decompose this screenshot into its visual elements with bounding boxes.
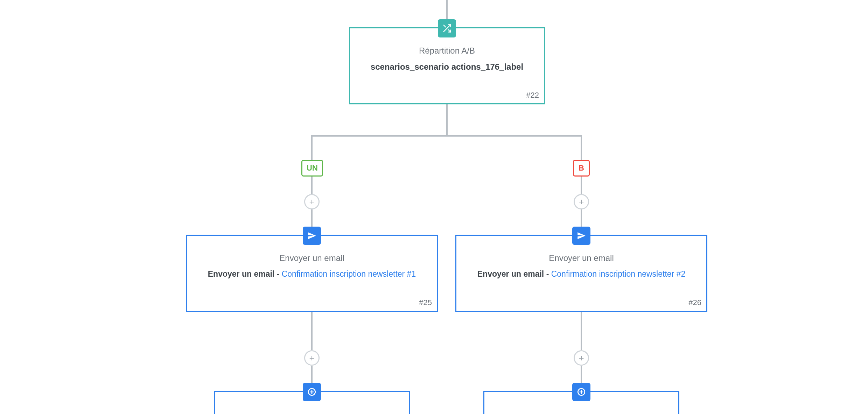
split-node-label: scenarios_scenario actions_176_label bbox=[350, 62, 544, 72]
email-node-id: #25 bbox=[419, 298, 432, 307]
connector-line bbox=[581, 177, 582, 194]
plus-circle-icon bbox=[572, 383, 590, 401]
plus-icon: + bbox=[579, 196, 584, 207]
email-template-link[interactable]: Confirmation inscription newsletter #2 bbox=[551, 269, 686, 278]
plus-icon: + bbox=[579, 353, 584, 364]
next-node-placeholder[interactable] bbox=[214, 391, 410, 414]
send-icon bbox=[303, 227, 321, 245]
connector-line bbox=[311, 312, 313, 350]
add-step-button[interactable]: + bbox=[574, 350, 589, 366]
shuffle-icon bbox=[438, 19, 456, 37]
branch-b-badge: B bbox=[573, 160, 590, 177]
connector-line bbox=[311, 135, 313, 160]
next-node-placeholder[interactable] bbox=[483, 391, 679, 414]
email-node-label: Envoyer un email - Confirmation inscript… bbox=[187, 269, 437, 279]
email-node-id: #26 bbox=[688, 298, 701, 307]
workflow-canvas[interactable]: Répartition A/B scenarios_scenario actio… bbox=[0, 0, 868, 414]
connector-line bbox=[446, 104, 448, 136]
send-icon bbox=[572, 227, 590, 245]
email-label-prefix: Envoyer un email - bbox=[208, 269, 282, 278]
connector-line bbox=[581, 135, 582, 160]
email-template-link[interactable]: Confirmation inscription newsletter #1 bbox=[282, 269, 416, 278]
email-node-title: Envoyer un email bbox=[456, 253, 706, 263]
connector-line bbox=[311, 177, 313, 194]
plus-circle-icon bbox=[303, 383, 321, 401]
connector-line bbox=[581, 312, 582, 350]
split-node-title: Répartition A/B bbox=[350, 46, 544, 56]
email-label-prefix: Envoyer un email - bbox=[477, 269, 551, 278]
svg-line-2 bbox=[444, 25, 446, 27]
send-email-node[interactable]: Envoyer un email Envoyer un email - Conf… bbox=[186, 235, 438, 312]
split-node-id: #22 bbox=[526, 91, 539, 100]
add-step-button[interactable]: + bbox=[304, 350, 320, 366]
send-email-node[interactable]: Envoyer un email Envoyer un email - Conf… bbox=[455, 235, 707, 312]
plus-icon: + bbox=[309, 196, 314, 207]
add-step-button[interactable]: + bbox=[304, 194, 320, 209]
branch-a-badge: UN bbox=[301, 160, 323, 177]
email-node-label: Envoyer un email - Confirmation inscript… bbox=[456, 269, 706, 279]
plus-icon: + bbox=[309, 353, 314, 364]
connector-line bbox=[311, 135, 582, 137]
ab-split-node[interactable]: Répartition A/B scenarios_scenario actio… bbox=[349, 27, 545, 104]
add-step-button[interactable]: + bbox=[574, 194, 589, 209]
email-node-title: Envoyer un email bbox=[187, 253, 437, 263]
